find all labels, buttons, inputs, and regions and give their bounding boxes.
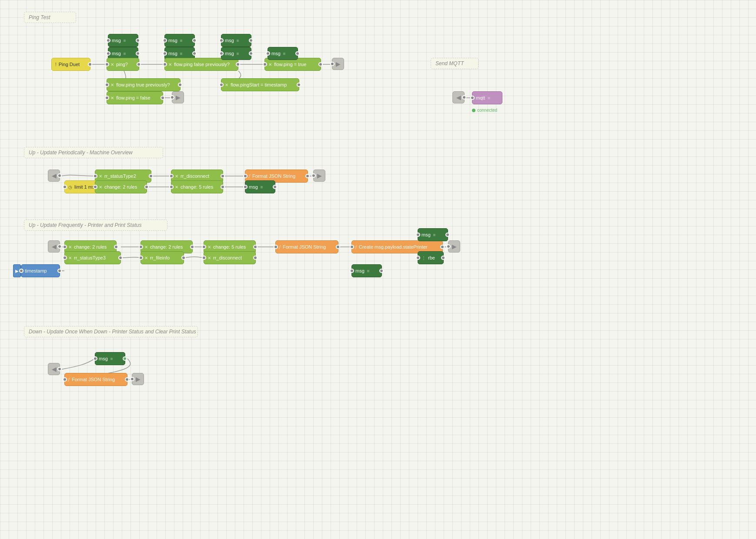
group-down-once-label: Down - Update Once When Down - Printer S… xyxy=(29,329,196,335)
msg3-label: msg xyxy=(168,38,177,43)
c5r1-port-left xyxy=(169,185,174,189)
change-5-rules-1-node[interactable]: ✕ change: 5 rules xyxy=(171,180,223,193)
rst3-port-right xyxy=(118,256,123,260)
group-up-frequently: Up - Update Frequently - Printer and Pri… xyxy=(24,220,167,231)
format-json-3-node[interactable]: 𝑓 Format JSON String xyxy=(64,373,127,386)
flow-ping-true-prev-node[interactable]: ✕ flow.ping true previously? xyxy=(107,78,181,91)
timestamp-sq-icon: ▶ xyxy=(15,269,19,273)
arrow-out-5[interactable]: ▶ xyxy=(132,373,144,385)
timestamp-node[interactable]: timestamp xyxy=(21,264,60,277)
arrow-in-mqtt[interactable]: ◀ xyxy=(452,91,465,103)
rst2-port-right xyxy=(149,174,153,178)
format-json-3-label: Format JSON String xyxy=(72,377,115,382)
mqtt-label: mqtt xyxy=(476,95,485,100)
msg3-menu: ≡ xyxy=(180,38,183,43)
ao2-port-left xyxy=(170,95,174,100)
connected-status: connected xyxy=(472,108,497,113)
arrow-in-1[interactable]: ◀ xyxy=(48,170,60,182)
arrow-in-2[interactable]: ◀ xyxy=(48,240,60,253)
cmp-port-right xyxy=(440,245,445,249)
fps-port-left xyxy=(219,83,224,87)
c5r1-icon: ✕ xyxy=(175,185,178,190)
msg-node-6[interactable]: msg ≡ xyxy=(221,47,251,60)
arrow-out-2[interactable]: ▶ xyxy=(172,91,184,103)
fj1-port-right xyxy=(305,174,310,178)
c2r2-icon: ✕ xyxy=(68,245,72,250)
ai3-icon: ◀ xyxy=(52,366,57,373)
c5r2-port-right xyxy=(253,245,258,249)
fpt-port-left xyxy=(263,62,267,67)
msg-node-11[interactable]: msg ≡ xyxy=(95,352,125,365)
msg-node-1[interactable]: msg ≡ xyxy=(108,34,138,47)
lm-icon: ◷ xyxy=(68,185,72,190)
flow-ping-false-node[interactable]: ✕ flow.ping = false xyxy=(107,91,163,104)
rfi-icon: ✕ xyxy=(144,256,148,260)
msg1-port-left xyxy=(106,38,110,43)
format-json-2-label: Format JSON String xyxy=(283,244,326,250)
rr-fileinfo-node[interactable]: ✕ rr_fileinfo xyxy=(140,251,184,264)
msg-node-3[interactable]: msg ≡ xyxy=(164,34,195,47)
rr-status-type2-label: rr_statusType2 xyxy=(104,173,136,179)
arrow-out-3[interactable]: ▶ xyxy=(313,170,325,182)
rbe-node[interactable]: ⋮ rbe xyxy=(418,251,444,264)
arrow-out-1[interactable]: ▶ xyxy=(332,58,344,70)
rbe-port-left xyxy=(416,256,420,260)
msg-node-5[interactable]: msg ≡ xyxy=(221,34,251,47)
format-json-2-node[interactable]: 𝑓 Format JSON String xyxy=(275,240,338,253)
msg-node-9[interactable]: msg ≡ xyxy=(418,228,448,241)
msg11-port-left xyxy=(93,356,97,361)
ao4-icon: ▶ xyxy=(452,243,457,250)
rr-disconnect-2-label: rr_disconnect xyxy=(213,255,242,260)
msg2-port-left xyxy=(106,51,110,56)
msg10-menu: ≡ xyxy=(367,269,370,273)
ping-duet-node[interactable]: ! Ping Duet xyxy=(51,58,90,71)
rr-disconnect-2-node[interactable]: ✕ rr_disconnect xyxy=(204,251,256,264)
flow-ping-start-node[interactable]: ✕ flow.pingStart = timestamp xyxy=(221,78,299,91)
ai1-port-right xyxy=(57,173,62,178)
fj3-icon: 𝑓 xyxy=(68,377,70,382)
rst2-port-left xyxy=(93,174,97,178)
rst2-icon: ✕ xyxy=(99,174,102,179)
msg-node-10[interactable]: msg ≡ xyxy=(351,264,382,277)
c5r2-icon: ✕ xyxy=(207,245,211,250)
msg8-menu: ≡ xyxy=(261,185,263,190)
change-2-rules-1-node[interactable]: ✕ change: 2 rules xyxy=(95,180,147,193)
arrow-in-3[interactable]: ◀ xyxy=(48,363,60,375)
rr-disconnect-1-label: rr_disconnect xyxy=(181,173,209,179)
ao1-icon: ▶ xyxy=(336,60,341,67)
fj3-port-right xyxy=(125,377,129,382)
ping-question-node[interactable]: ✕ ping? xyxy=(107,58,139,71)
msg4-label: msg xyxy=(168,51,177,56)
msg4-port-left xyxy=(163,51,167,56)
ao5-port-left xyxy=(130,377,134,381)
fpf-icon: ✕ xyxy=(110,96,114,100)
group-down-once: Down - Update Once When Down - Printer S… xyxy=(24,326,198,337)
mqtt-menu: ≡ xyxy=(488,96,490,100)
msg1-menu: ≡ xyxy=(124,38,126,43)
msg-node-7[interactable]: msg ≡ xyxy=(268,47,298,60)
arrow-out-4[interactable]: ▶ xyxy=(448,240,460,253)
msg6-menu: ≡ xyxy=(237,51,239,56)
group-up-frequently-label: Up - Update Frequently - Printer and Pri… xyxy=(29,222,141,228)
c2r1-icon: ✕ xyxy=(99,185,102,190)
msg-node-8[interactable]: msg ≡ xyxy=(245,180,275,193)
format-json-1-label: Format JSON String xyxy=(252,173,295,179)
flow-ping-false-prev-label: flow.ping false previously? xyxy=(174,62,230,67)
msg11-port-right-green xyxy=(123,356,127,361)
c2r2-port-left xyxy=(63,245,67,249)
msg6-port-right xyxy=(249,51,253,56)
flow-ping-true-prev-label: flow.ping true previously? xyxy=(116,82,170,87)
c5r1-port-right xyxy=(221,185,225,189)
msg7-menu: ≡ xyxy=(283,51,286,56)
ts-port-right xyxy=(57,269,62,273)
ao5-icon: ▶ xyxy=(136,376,140,383)
rr-status-type3-label: rr_statusType3 xyxy=(74,255,106,260)
ai2-port-right xyxy=(57,244,62,249)
rr-status-type3-node[interactable]: ✕ rr_statusType3 xyxy=(64,251,121,264)
ao3-icon: ▶ xyxy=(317,172,322,179)
mqtt-node[interactable]: mqtt ≡ xyxy=(472,91,502,104)
fpfp-port-right xyxy=(236,62,240,67)
fps-icon: ✕ xyxy=(225,83,228,87)
ao4-port-left xyxy=(446,244,451,249)
lm-port-left xyxy=(63,185,67,189)
